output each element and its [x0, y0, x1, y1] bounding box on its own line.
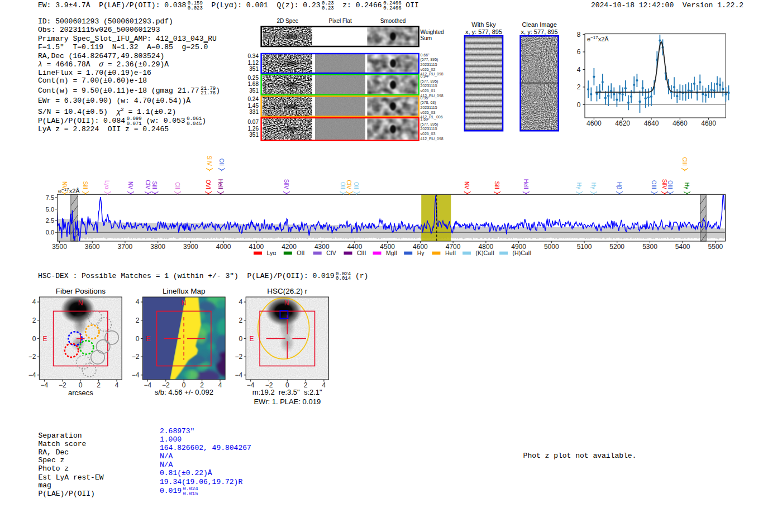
svg-text:NV: NV — [61, 181, 68, 189]
svg-text:0: 0 — [136, 335, 140, 343]
svg-text:6: 6 — [577, 48, 581, 56]
svg-text:5400: 5400 — [675, 243, 690, 251]
svg-text:3900: 3900 — [183, 243, 198, 251]
svg-text:4620: 4620 — [615, 119, 630, 127]
svg-text:OII: OII — [218, 159, 225, 166]
svg-text:2: 2 — [239, 317, 243, 324]
svg-text:HeII: HeII — [217, 179, 223, 189]
svg-text:CII: CII — [174, 182, 180, 189]
svg-text:4100: 4100 — [249, 243, 264, 251]
svg-text:7.5: 7.5 — [46, 194, 54, 201]
svg-text:OII: OII — [353, 182, 359, 189]
svg-text:OIII: OIII — [651, 180, 657, 189]
svg-text:2: 2 — [136, 317, 140, 324]
svg-text:5.0: 5.0 — [46, 206, 54, 213]
svg-text:3800: 3800 — [150, 243, 165, 251]
svg-text:CIV: CIV — [346, 180, 352, 189]
svg-text:E: E — [146, 335, 150, 343]
svg-text:5300: 5300 — [642, 243, 657, 251]
svg-text:4: 4 — [115, 381, 119, 389]
svg-text:2.5: 2.5 — [46, 217, 54, 224]
svg-text:CIII: CIII — [681, 157, 688, 166]
svg-text:OII: OII — [340, 182, 346, 189]
svg-text:−4: −4 — [28, 371, 36, 379]
svg-text:Lyα: Lyα — [267, 250, 276, 256]
svg-text:−4: −4 — [235, 371, 243, 379]
svg-text:−2: −2 — [235, 353, 243, 361]
svg-text:4: 4 — [218, 381, 222, 389]
svg-text:3700: 3700 — [118, 243, 133, 251]
svg-text:−4: −4 — [41, 381, 49, 389]
svg-text:5000: 5000 — [544, 243, 559, 251]
svg-text:4: 4 — [577, 66, 581, 74]
svg-text:NV: NV — [127, 181, 133, 189]
svg-text:3500: 3500 — [52, 243, 67, 251]
svg-text:−4: −4 — [132, 371, 140, 379]
svg-text:SiIV: SiIV — [283, 179, 289, 190]
svg-text:5100: 5100 — [577, 243, 592, 251]
svg-text:4: 4 — [239, 298, 243, 306]
svg-text:4: 4 — [32, 298, 36, 306]
svg-text:−2: −2 — [59, 381, 66, 389]
svg-text:SiIV: SiIV — [206, 156, 212, 166]
svg-text:−4: −4 — [144, 381, 152, 389]
svg-text:0: 0 — [577, 101, 581, 109]
svg-text:4600: 4600 — [586, 119, 602, 127]
svg-text:HeII: HeII — [445, 250, 456, 256]
svg-text:SiII: SiII — [82, 181, 88, 189]
svg-text:4: 4 — [136, 298, 140, 306]
svg-text:(H)CaII: (H)CaII — [513, 250, 532, 256]
svg-text:N: N — [182, 299, 187, 307]
svg-text:e−17x2Å: e−17x2Å — [587, 35, 609, 42]
svg-text:Hγ: Hγ — [576, 183, 582, 189]
svg-text:E: E — [42, 335, 47, 343]
svg-text:3600: 3600 — [85, 243, 100, 251]
svg-text:Hβ: Hβ — [616, 182, 622, 189]
svg-text:4000: 4000 — [216, 243, 231, 251]
svg-text:4200: 4200 — [282, 243, 297, 251]
svg-text:0: 0 — [239, 335, 243, 343]
svg-text:SiII: SiII — [494, 181, 500, 189]
svg-text:OVI: OVI — [205, 180, 211, 189]
svg-text:5200: 5200 — [609, 243, 624, 251]
svg-text:0: 0 — [79, 381, 83, 389]
svg-text:NV: NV — [464, 181, 470, 189]
svg-text:SiII: SiII — [151, 181, 158, 189]
svg-text:CIV: CIV — [145, 180, 151, 189]
svg-text:Lyα: Lyα — [104, 180, 110, 189]
svg-text:0.0: 0.0 — [46, 229, 54, 236]
svg-text:E: E — [249, 335, 254, 343]
svg-text:−2: −2 — [28, 353, 36, 361]
svg-text:4: 4 — [322, 381, 326, 389]
svg-text:Hγ: Hγ — [590, 183, 597, 189]
svg-text:HeII: HeII — [523, 179, 529, 189]
svg-text:4660: 4660 — [673, 119, 688, 127]
svg-text:OII: OII — [297, 250, 304, 256]
svg-text:−2: −2 — [132, 353, 140, 361]
svg-text:8: 8 — [577, 31, 581, 39]
svg-text:0: 0 — [32, 335, 36, 343]
svg-text:2: 2 — [97, 381, 101, 389]
svg-text:MgII: MgII — [386, 250, 397, 256]
svg-text:(K)CaII: (K)CaII — [476, 250, 494, 256]
svg-text:N: N — [284, 299, 289, 307]
svg-text:4640: 4640 — [644, 119, 659, 127]
svg-text:Hγ: Hγ — [684, 183, 690, 189]
svg-text:SiIV: SiIV — [661, 179, 667, 190]
svg-text:CIII: CIII — [357, 250, 366, 256]
svg-text:OIII: OIII — [667, 180, 673, 189]
svg-text:4680: 4680 — [701, 119, 716, 127]
svg-text:2: 2 — [32, 317, 36, 324]
svg-text:2: 2 — [577, 83, 581, 91]
svg-text:Hγ: Hγ — [417, 250, 425, 256]
svg-text:N: N — [78, 299, 83, 307]
svg-text:5500: 5500 — [708, 243, 723, 251]
svg-text:CIV: CIV — [326, 250, 336, 256]
